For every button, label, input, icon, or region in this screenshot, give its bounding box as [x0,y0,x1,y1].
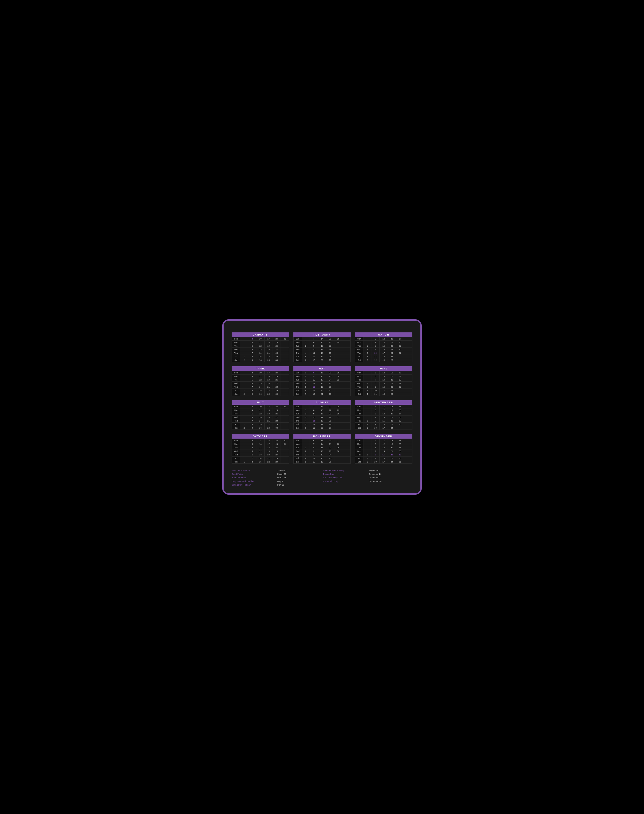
day-label: Sun [294,371,302,374]
day-cell: 12 [256,449,265,453]
day-cell [396,358,404,362]
day-cell: 21 [264,457,273,460]
day-cell: 11 [256,446,265,449]
day-cell: 6 [371,412,380,415]
day-label: Fri [355,457,363,460]
day-cell: 22 [326,446,334,449]
day-label: Tue [294,412,302,415]
day-cell: 9 [248,426,256,430]
day-cell: 26 [396,442,404,446]
day-cell: 7 [310,405,318,408]
day-cell: 13 [380,446,388,449]
day-cell: 30 [334,374,342,378]
day-cell: 24 [388,460,396,464]
day-label: Thu [355,453,363,457]
day-cell: 20 [318,426,326,430]
holiday-date: March 28 [278,476,321,479]
day-cell: 30 [334,412,342,415]
day-cell [334,382,342,385]
day-cell [240,405,248,408]
day-cell: 18 [264,446,273,449]
day-cell: 31 [334,378,342,382]
day-cell: 23 [273,439,281,442]
day-label: Wed [294,382,302,385]
day-cell: 11 [371,392,380,396]
day-cell: 4 [302,419,310,423]
holiday-date: May 30 [278,483,321,487]
day-cell [334,358,342,362]
day-cell [342,442,351,446]
day-cell [342,419,351,423]
day-cell: 14 [318,442,326,446]
day-cell: 1 [363,419,371,423]
day-cell: 7 [371,340,380,344]
day-cell: 5 [302,460,310,464]
day-cell: 5 [302,385,310,389]
day-cell [240,419,248,423]
day-cell: 12 [310,385,318,389]
day-cell: 20 [264,382,273,385]
day-label: Tue [294,344,302,348]
day-cell: 16 [256,392,265,396]
day-label: Thu [294,385,302,389]
day-cell: 15 [380,382,388,385]
month-table: Sun5121926Mon6132027Tue7142128Wed1815222… [355,371,412,396]
day-cell: 26 [273,449,281,453]
month-header: NOVEMBER [293,434,351,438]
day-cell: 25 [273,340,281,344]
day-label: Mon [355,374,363,378]
day-label: Fri [355,389,363,392]
day-cell: 9 [256,439,265,442]
day-cell: 25 [326,419,334,423]
day-cell: 26 [396,408,404,412]
day-cell [281,423,289,426]
day-cell: 4 [302,457,310,460]
day-cell [342,374,351,378]
day-cell [404,348,412,351]
day-cell: 6 [371,337,380,340]
day-cell: 21 [388,415,396,419]
day-label: Mon [232,374,240,378]
day-cell: 2 [240,358,248,362]
day-label: Tue [294,446,302,449]
day-label: Sat [294,358,302,362]
day-cell: 23 [264,392,273,396]
day-cell: 10 [256,371,265,374]
day-label: Wed [294,449,302,453]
day-cell: 31 [281,442,289,446]
day-cell: 22 [264,355,273,358]
day-cell [342,378,351,382]
day-cell [404,385,412,389]
day-cell: 4 [363,355,371,358]
day-cell: 10 [256,405,265,408]
day-cell [342,385,351,389]
day-cell: 12 [310,355,318,358]
day-cell: 12 [310,423,318,426]
day-cell: 1 [302,371,310,374]
day-cell: 27 [396,374,404,378]
day-cell: 5 [248,449,256,453]
day-cell: 19 [318,460,326,464]
day-cell: 17 [318,348,326,351]
day-cell: 4 [371,405,380,408]
day-cell [404,405,412,408]
day-cell: 15 [256,389,265,392]
day-cell: 1 [302,446,310,449]
day-cell [281,415,289,419]
day-label: Tue [232,412,240,415]
day-cell: 14 [256,351,265,355]
day-cell: 11 [371,355,380,358]
day-cell [281,389,289,392]
day-cell [404,419,412,423]
day-cell: 16 [318,344,326,348]
day-cell [240,378,248,382]
day-cell: 6 [248,453,256,457]
day-cell: 11 [310,457,318,460]
day-cell: 27 [334,439,342,442]
day-cell: 18 [380,392,388,396]
day-cell: 5 [371,442,380,446]
day-cell: 27 [273,415,281,419]
day-cell [342,340,351,344]
day-cell [302,405,310,408]
day-label: Wed [294,348,302,351]
